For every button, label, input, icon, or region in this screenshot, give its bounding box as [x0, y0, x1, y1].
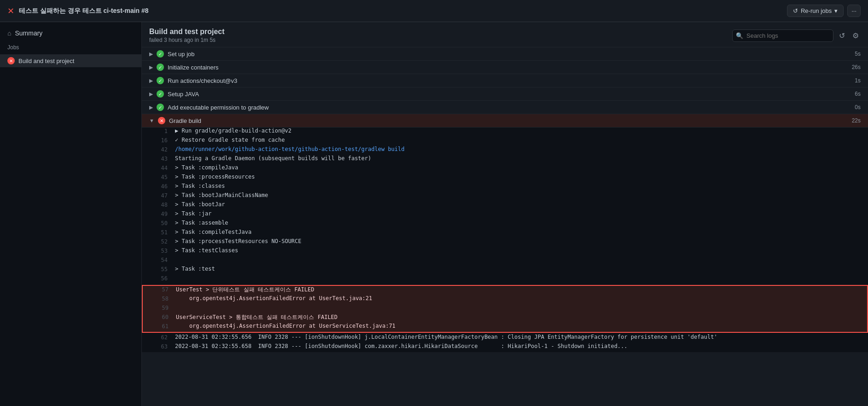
line-number: 60	[150, 313, 169, 320]
line-content: ✓ Restore Gradle state from cache	[175, 137, 861, 143]
line-content: org.opentest4j.AssertionFailedError at U…	[176, 295, 860, 302]
line-content: > Task :compileTestJava	[175, 229, 861, 235]
line-content: 2022-08-31 02:32:55.658 INFO 2328 --- [i…	[175, 343, 861, 349]
log-line: 44 > Task :compileJava	[142, 164, 868, 174]
step-success-icon: ✓	[157, 64, 164, 71]
log-line: 42 /home/runner/work/github-action-test/…	[142, 146, 868, 155]
step-gradle-build[interactable]: ▼ ✕ Gradle build 22s	[142, 114, 868, 128]
line-number: 51	[149, 229, 168, 236]
more-options-button[interactable]: ···	[847, 5, 861, 17]
settings-button[interactable]: ⚙	[851, 29, 861, 42]
log-line-error: 59	[143, 304, 867, 313]
line-content: > Task :compileJava	[175, 164, 861, 171]
line-number: 57	[150, 286, 169, 293]
header-right: ↺ Re-run jobs ▾ ···	[787, 5, 861, 17]
log-line: 56	[142, 275, 868, 284]
line-number: 62	[149, 334, 168, 341]
search-logs-input[interactable]	[732, 29, 833, 42]
log-line: 54	[142, 256, 868, 266]
log-line: 47 > Task :bootJarMainClassName	[142, 192, 868, 201]
search-wrapper: 🔍	[732, 29, 833, 42]
line-number: 43	[149, 155, 168, 162]
step-success-icon: ✓	[157, 50, 164, 58]
chevron-right-icon: ▶	[149, 91, 153, 97]
chevron-down-icon: ▾	[834, 7, 838, 14]
log-line: 45 > Task :processResources	[142, 174, 868, 183]
log-line: 52 > Task :processTestResources NO-SOURC…	[142, 238, 868, 247]
log-line: 48 > Task :bootJar	[142, 201, 868, 210]
log-title: Build and test project	[149, 28, 225, 36]
step-duration: 26s	[852, 64, 861, 70]
log-header-actions: 🔍 ↺ ⚙	[732, 29, 861, 42]
log-body[interactable]: ▶ ✓ Set up job 5s ▶ ✓ Initialize contain…	[142, 47, 868, 406]
line-content: > Task :test	[175, 266, 861, 272]
step-duration: 5s	[855, 51, 861, 57]
page-title: 테스트 실패하는 경우 테스트 ci-test-main #8	[19, 7, 149, 15]
line-number: 56	[149, 275, 168, 282]
log-line-error: 60 UserServiceTest > 통합테스트 실패 테스트케이스 FAI…	[143, 313, 867, 323]
log-header-info: Build and test project failed 3 hours ag…	[149, 28, 225, 43]
chevron-right-icon: ▶	[149, 78, 153, 84]
step-duration: 6s	[855, 91, 861, 97]
sidebar-jobs-label: Jobs	[0, 41, 141, 54]
step-set-up-job[interactable]: ▶ ✓ Set up job 5s	[142, 47, 868, 61]
rerun-jobs-button[interactable]: ↺ Re-run jobs ▾	[787, 5, 844, 17]
line-number: 58	[150, 295, 169, 302]
line-content: > Task :bootJar	[175, 201, 861, 208]
home-icon: ⌂	[7, 29, 11, 37]
log-line: 50 > Task :assemble	[142, 220, 868, 229]
chevron-right-icon: ▶	[149, 51, 153, 57]
line-number: 50	[149, 220, 168, 226]
line-number: 42	[149, 146, 168, 153]
step-name: Run actions/checkout@v3	[168, 77, 855, 84]
rerun-icon: ↺	[793, 7, 798, 14]
line-content: > Task :classes	[175, 183, 861, 189]
line-number: 63	[149, 343, 168, 350]
line-number: 48	[149, 201, 168, 208]
step-duration: 22s	[852, 117, 861, 124]
job-error-icon: ✕	[7, 57, 15, 64]
sidebar-item-build-test[interactable]: ✕ Build and test project	[0, 54, 141, 67]
header: ✕ 테스트 실패하는 경우 테스트 ci-test-main #8 ↺ Re-r…	[0, 0, 868, 22]
log-line: 1 ▶ Run gradle/gradle-build-action@v2	[142, 128, 868, 137]
log-header: Build and test project failed 3 hours ag…	[142, 22, 868, 47]
log-line-error: 57 UserTest > 단위테스트 실패 테스트케이스 FAILED	[143, 286, 867, 295]
log-line: 16 ✓ Restore Gradle state from cache	[142, 137, 868, 146]
line-content[interactable]: /home/runner/work/github-action-test/git…	[175, 146, 861, 152]
sidebar-item-summary[interactable]: ⌂ Summary	[0, 26, 141, 41]
line-content: 2022-08-31 02:32:55.656 INFO 2328 --- [i…	[175, 334, 861, 340]
line-content: > Task :assemble	[175, 220, 861, 226]
line-content: UserServiceTest > 통합테스트 실패 테스트케이스 FAILED	[176, 313, 860, 321]
step-error-icon: ✕	[158, 117, 165, 124]
log-line-error: 61 org.opentest4j.AssertionFailedError a…	[143, 323, 867, 332]
refresh-button[interactable]: ↺	[837, 29, 847, 42]
step-setup-java[interactable]: ▶ ✓ Setup JAVA 6s	[142, 87, 868, 101]
line-number: 55	[149, 266, 168, 273]
step-name: Gradle build	[169, 117, 852, 124]
step-name: Initialize containers	[168, 64, 852, 71]
line-content: UserTest > 단위테스트 실패 테스트케이스 FAILED	[176, 286, 860, 294]
log-line: 51 > Task :compileTestJava	[142, 229, 868, 238]
line-number: 61	[150, 323, 169, 330]
step-initialize-containers[interactable]: ▶ ✓ Initialize containers 26s	[142, 61, 868, 74]
main-layout: ⌂ Summary Jobs ✕ Build and test project …	[0, 22, 868, 406]
log-line: 62 2022-08-31 02:32:55.656 INFO 2328 ---…	[142, 334, 868, 343]
step-name: Set up job	[168, 51, 855, 58]
step-success-icon: ✓	[157, 77, 164, 84]
chevron-right-icon: ▶	[149, 104, 153, 110]
sidebar: ⌂ Summary Jobs ✕ Build and test project	[0, 22, 142, 406]
line-content: Starting a Gradle Daemon (subsequent bui…	[175, 155, 861, 162]
log-lines: 1 ▶ Run gradle/gradle-build-action@v2 16…	[142, 128, 868, 352]
line-content: > Task :processResources	[175, 174, 861, 180]
log-line: 49 > Task :jar	[142, 210, 868, 220]
step-success-icon: ✓	[157, 104, 164, 111]
log-line: 53 > Task :testClasses	[142, 247, 868, 256]
line-number: 1	[149, 128, 168, 134]
line-number: 54	[149, 256, 168, 263]
step-run-checkout[interactable]: ▶ ✓ Run actions/checkout@v3 1s	[142, 74, 868, 87]
log-line: 43 Starting a Gradle Daemon (subsequent …	[142, 155, 868, 164]
step-duration: 0s	[855, 104, 861, 110]
line-content: > Task :bootJarMainClassName	[175, 192, 861, 198]
step-add-permission[interactable]: ▶ ✓ Add executable permission to gradlew…	[142, 101, 868, 114]
chevron-down-icon: ▼	[149, 118, 154, 123]
